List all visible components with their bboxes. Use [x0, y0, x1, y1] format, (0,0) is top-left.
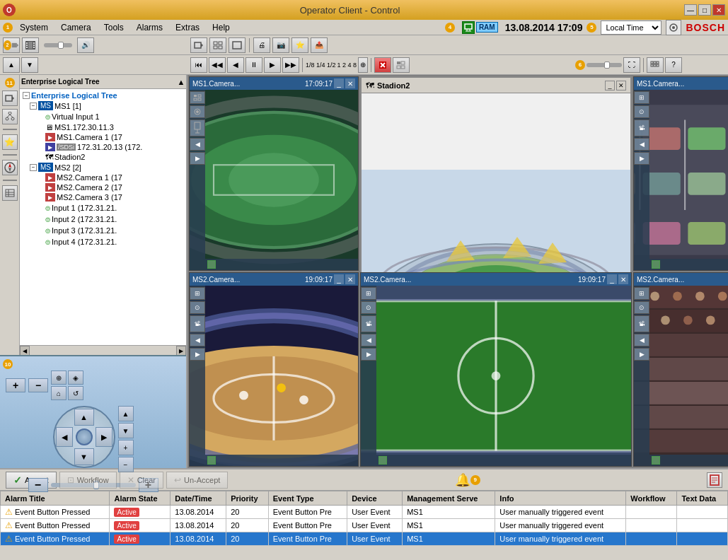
cam3-close-btn[interactable]: ✕ [345, 274, 355, 284]
fullscreen-btn[interactable]: ⛶ [623, 57, 640, 73]
nav-up-btn[interactable]: ▲ [3, 57, 20, 73]
cam4-strip-btn5[interactable]: ▶ [361, 348, 376, 361]
cam2-strip-btn2[interactable]: ⊙ [634, 105, 649, 118]
workflow-button[interactable]: ⊡ Workflow [59, 472, 117, 489]
ptz-tour-btn[interactable]: ↺ [68, 386, 83, 400]
fast-forward-btn[interactable]: ▶▶ [282, 57, 299, 73]
cam4-strip-btn3[interactable]: 📽 [361, 315, 376, 332]
alarm-doc-btn[interactable] [707, 472, 722, 488]
ptz-left-btn[interactable]: ◀ [56, 427, 73, 447]
nav-down-btn[interactable]: ▼ [21, 57, 38, 73]
tree-ms1-cam1[interactable]: ▶ MS1.Camera 1 (17 [21, 132, 185, 142]
instant-replay-btn[interactable] [393, 57, 410, 73]
cam1-strip-btn1[interactable] [190, 91, 205, 104]
camera-live-btn[interactable] [190, 37, 207, 53]
star-icon[interactable]: ⭐ [2, 134, 18, 150]
menu-tools[interactable]: Tools [98, 21, 129, 34]
tree-root-item[interactable]: − Enterprise Logical Tree [21, 91, 185, 100]
cam4-strip-btn2[interactable]: ⊙ [361, 301, 376, 314]
tree-ms2[interactable]: − MS MS2 [2] [21, 162, 185, 173]
print-btn[interactable]: 🖨 [253, 37, 270, 53]
tree-input2[interactable]: ⌾ Input 2 (172.31.21. [21, 214, 185, 225]
menu-system[interactable]: System [14, 21, 54, 34]
cam5-strip-btn2[interactable]: ⊙ [634, 301, 649, 314]
minimize-button[interactable]: — [684, 4, 697, 16]
cam1-close-btn[interactable]: ✕ [345, 78, 355, 88]
cam1-strip-btn4[interactable]: ◀ [190, 138, 205, 151]
stadium-minimize-btn[interactable]: _ [605, 81, 615, 91]
cam5-strip-btn5[interactable]: ▶ [634, 348, 649, 361]
cam5-strip-btn4[interactable]: ◀ [634, 334, 649, 346]
ms2-expander[interactable]: − [30, 164, 37, 171]
close-button[interactable]: ✕ [712, 4, 725, 16]
tree-ms2-cam1[interactable]: ▶ MS2.Camera 1 (17 [21, 173, 185, 182]
cam3-indicator[interactable] [207, 456, 216, 465]
speed-max-btn[interactable]: ⊕ [358, 57, 368, 73]
compass-icon[interactable] [2, 160, 18, 175]
cam1-strip-btn5[interactable]: ▶ [190, 152, 205, 165]
volume-slider[interactable] [44, 43, 72, 47]
zoom-in-btn[interactable]: + [6, 378, 25, 392]
cam2-indicator[interactable] [652, 260, 660, 269]
ptz-aux-btn[interactable]: ◈ [68, 371, 83, 385]
cam1-strip-btn3[interactable] [190, 119, 205, 136]
menu-camera[interactable]: Camera [55, 21, 97, 34]
stop-alarm-btn[interactable] [374, 57, 391, 73]
alarm-table-row[interactable]: ⚠ Event Button Pressed Active 13.08.2014… [1, 506, 728, 519]
menu-help[interactable]: Help [207, 21, 236, 34]
cam2-strip-btn3[interactable]: 📽 [634, 119, 649, 136]
tree-virtual-input[interactable]: ⌾ Virtual Input 1 [21, 111, 185, 122]
single-view-btn[interactable] [229, 37, 245, 53]
step-back-btn[interactable]: ◀◀ [209, 57, 226, 73]
ptz-down-btn[interactable]: ▼ [74, 448, 94, 465]
tree-hscrollbar[interactable]: ◀ ▶ [20, 345, 186, 355]
cam4-minimize-btn[interactable]: _ [607, 274, 617, 284]
ptz-center-btn[interactable] [76, 428, 93, 445]
tilt-up-btn[interactable]: ▲ [118, 406, 134, 421]
cam2-strip-btn4[interactable]: ◀ [634, 138, 649, 151]
focus-out-btn[interactable]: − [118, 457, 134, 472]
pause-btn[interactable]: ⏸ [245, 57, 262, 73]
tree-stadion2[interactable]: 🗺 Stadion2 [21, 152, 185, 162]
quality-slider[interactable] [587, 63, 622, 67]
ptz-preset-btn[interactable]: ⊕ [51, 371, 67, 385]
alarm-table-row[interactable]: ⚠ Event Button Pressed Active 13.08.2014… [1, 532, 728, 546]
root-expander[interactable]: − [23, 92, 30, 99]
cam1-strip-btn2[interactable] [190, 105, 205, 118]
skip-to-start-btn[interactable]: ⏮ [190, 57, 207, 73]
list-icon[interactable] [2, 185, 18, 201]
snapshot-btn[interactable]: 📷 [272, 37, 289, 53]
menu-alarms[interactable]: Alarms [131, 21, 168, 34]
alarm-table-row[interactable]: ⚠ Event Button Pressed Active 13.08.2014… [1, 519, 728, 532]
cam4-close-btn[interactable]: ✕ [618, 274, 628, 284]
ptz-up-btn[interactable]: ▲ [74, 409, 94, 426]
camera-panel-icon[interactable] [2, 91, 18, 106]
scroll-right-btn[interactable]: ▶ [176, 346, 186, 355]
ptz-home-btn[interactable]: ⌂ [51, 386, 67, 400]
tree-scroll-up[interactable]: ▲ [178, 78, 185, 86]
tree-ip172[interactable]: ▶ /SDSi 172.31.20.13 (172. [21, 142, 185, 152]
tree-ms2-cam2[interactable]: ▶ MS2.Camera 2 (17 [21, 182, 185, 192]
tree-ms1-ip[interactable]: 🖥 MS1.172.30.11.3 [21, 122, 185, 132]
restore-button[interactable]: □ [698, 4, 711, 16]
cam3-strip-btn2[interactable]: ⊙ [190, 301, 205, 314]
stadium-close-btn[interactable]: ✕ [616, 81, 626, 91]
cam3-strip-btn3[interactable]: 📽 [190, 315, 205, 332]
tree-input3[interactable]: ⌾ Input 3 (172.31.21. [21, 225, 185, 236]
help-btn[interactable]: ? [665, 57, 682, 73]
monitor-icon[interactable] [462, 21, 475, 34]
cam4-indicator[interactable] [379, 456, 387, 465]
export-btn[interactable]: 📤 [311, 37, 328, 53]
cam3-strip-btn5[interactable]: ▶ [190, 348, 205, 361]
cam4-strip-btn1[interactable]: ⊞ [361, 287, 376, 300]
audio-icon[interactable]: 🔊 [77, 37, 94, 53]
tree-ms1[interactable]: − MS MS1 [1] [21, 100, 185, 111]
cam3-strip-btn4[interactable]: ◀ [190, 334, 205, 346]
tree-icon[interactable] [2, 109, 18, 124]
tree-ms2-cam3[interactable]: ▶ MS2.Camera 3 (17 [21, 192, 185, 202]
cam5-indicator[interactable] [652, 456, 660, 465]
cam4-strip-btn4[interactable]: ◀ [361, 334, 376, 346]
menu-extras[interactable]: Extras [170, 21, 205, 34]
clear-button[interactable]: ✕ Clear [120, 472, 163, 489]
cam5-strip-btn3[interactable]: 📽 [634, 315, 649, 332]
